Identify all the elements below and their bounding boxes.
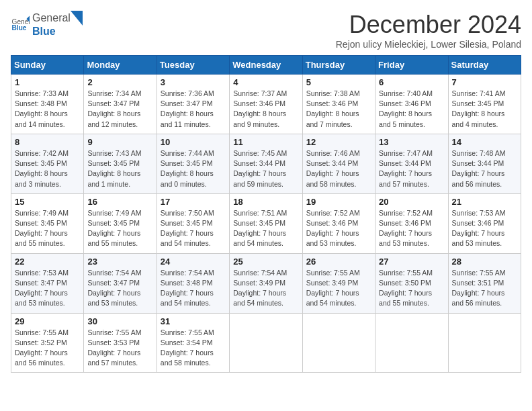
day-number-9: 9: [87, 137, 152, 147]
day-detail-27: Sunrise: 7:55 AMSunset: 3:50 PMDaylight:…: [379, 268, 444, 309]
sunrise-10: Sunrise: 7:44 AM: [161, 149, 214, 157]
calendar-day-3: 3Sunrise: 7:36 AMSunset: 3:47 PMDaylight…: [157, 75, 229, 134]
logo-blue: Blue: [32, 26, 83, 38]
day-detail-4: Sunrise: 7:37 AMSunset: 3:46 PMDaylight:…: [233, 89, 298, 130]
sunrise-2: Sunrise: 7:34 AM: [87, 89, 141, 97]
sunrise-27: Sunrise: 7:55 AM: [379, 269, 433, 277]
day-detail-28: Sunrise: 7:55 AMSunset: 3:51 PMDaylight:…: [452, 268, 517, 309]
day-detail-7: Sunrise: 7:41 AMSunset: 3:45 PMDaylight:…: [452, 89, 517, 130]
calendar-day-14: 14Sunrise: 7:48 AMSunset: 3:44 PMDayligh…: [448, 134, 521, 193]
empty-cell: [302, 313, 375, 373]
day-detail-1: Sunrise: 7:33 AMSunset: 3:48 PMDaylight:…: [15, 89, 80, 130]
day-number-22: 22: [15, 257, 80, 267]
calendar-day-1: 1Sunrise: 7:33 AMSunset: 3:48 PMDaylight…: [11, 75, 84, 134]
sunrise-15: Sunrise: 7:49 AM: [15, 209, 69, 217]
day-detail-2: Sunrise: 7:34 AMSunset: 3:47 PMDaylight:…: [87, 89, 152, 130]
day-number-28: 28: [452, 257, 517, 267]
day-detail-29: Sunrise: 7:55 AMSunset: 3:52 PMDaylight:…: [15, 328, 80, 369]
location-subtitle: Rejon ulicy Mieleckiej, Lower Silesia, P…: [336, 39, 521, 50]
day-detail-25: Sunrise: 7:54 AMSunset: 3:49 PMDaylight:…: [233, 268, 298, 309]
calendar-week-4: 22Sunrise: 7:53 AMSunset: 3:47 PMDayligh…: [11, 253, 521, 313]
daylight-18: Daylight: 7 hours and 54 minutes.: [233, 229, 286, 247]
daylight-12: Daylight: 7 hours and 58 minutes.: [306, 169, 359, 187]
sunset-21: Sunset: 3:46 PM: [452, 219, 504, 227]
sunrise-5: Sunrise: 7:38 AM: [306, 89, 360, 97]
svg-marker-3: [71, 11, 83, 26]
weekday-header-tuesday: Tuesday: [157, 56, 229, 75]
daylight-11: Daylight: 7 hours and 59 minutes.: [233, 169, 286, 187]
sunset-12: Sunset: 3:44 PM: [306, 159, 359, 167]
calendar-day-13: 13Sunrise: 7:47 AMSunset: 3:44 PMDayligh…: [375, 134, 448, 193]
sunset-6: Sunset: 3:46 PM: [379, 99, 431, 107]
sunrise-12: Sunrise: 7:46 AM: [306, 149, 360, 157]
empty-cell: [448, 313, 521, 373]
sunrise-24: Sunrise: 7:54 AM: [161, 269, 214, 277]
day-number-31: 31: [161, 316, 226, 326]
weekday-header-thursday: Thursday: [302, 56, 375, 75]
sunrise-6: Sunrise: 7:40 AM: [379, 89, 433, 97]
day-detail-21: Sunrise: 7:53 AMSunset: 3:46 PMDaylight:…: [452, 208, 517, 249]
day-detail-26: Sunrise: 7:55 AMSunset: 3:49 PMDaylight:…: [306, 268, 371, 309]
daylight-22: Daylight: 7 hours and 53 minutes.: [15, 289, 68, 307]
calendar-day-27: 27Sunrise: 7:55 AMSunset: 3:50 PMDayligh…: [375, 253, 448, 313]
day-detail-3: Sunrise: 7:36 AMSunset: 3:47 PMDaylight:…: [161, 89, 226, 130]
day-number-4: 4: [233, 77, 298, 87]
sunset-2: Sunset: 3:47 PM: [87, 99, 140, 107]
day-number-20: 20: [379, 197, 444, 207]
calendar-day-16: 16Sunrise: 7:49 AMSunset: 3:45 PMDayligh…: [84, 193, 157, 253]
day-number-29: 29: [15, 316, 80, 326]
sunset-27: Sunset: 3:50 PM: [379, 279, 431, 287]
sunrise-1: Sunrise: 7:33 AM: [15, 89, 69, 97]
calendar-day-2: 2Sunrise: 7:34 AMSunset: 3:47 PMDaylight…: [84, 75, 157, 134]
daylight-28: Daylight: 7 hours and 56 minutes.: [452, 289, 505, 307]
daylight-30: Daylight: 7 hours and 57 minutes.: [87, 349, 140, 367]
sunrise-16: Sunrise: 7:49 AM: [87, 209, 141, 217]
sunset-23: Sunset: 3:47 PM: [87, 279, 140, 287]
day-detail-23: Sunrise: 7:54 AMSunset: 3:47 PMDaylight:…: [87, 268, 152, 309]
day-detail-30: Sunrise: 7:55 AMSunset: 3:53 PMDaylight:…: [87, 328, 152, 369]
sunrise-13: Sunrise: 7:47 AM: [379, 149, 433, 157]
day-detail-20: Sunrise: 7:52 AMSunset: 3:46 PMDaylight:…: [379, 208, 444, 249]
sunrise-14: Sunrise: 7:48 AM: [452, 149, 506, 157]
day-number-17: 17: [161, 197, 226, 207]
day-detail-18: Sunrise: 7:51 AMSunset: 3:45 PMDaylight:…: [233, 208, 298, 249]
day-number-2: 2: [87, 77, 152, 87]
sunrise-29: Sunrise: 7:55 AM: [15, 328, 69, 336]
daylight-29: Daylight: 7 hours and 56 minutes.: [15, 349, 68, 367]
daylight-15: Daylight: 7 hours and 55 minutes.: [15, 229, 68, 247]
month-title: December 2024: [336, 11, 521, 39]
daylight-25: Daylight: 7 hours and 54 minutes.: [233, 289, 286, 307]
sunrise-4: Sunrise: 7:37 AM: [233, 89, 287, 97]
sunset-11: Sunset: 3:44 PM: [233, 159, 285, 167]
calendar-day-21: 21Sunrise: 7:53 AMSunset: 3:46 PMDayligh…: [448, 193, 521, 253]
daylight-13: Daylight: 7 hours and 57 minutes.: [379, 169, 432, 187]
sunrise-9: Sunrise: 7:43 AM: [87, 149, 141, 157]
day-detail-15: Sunrise: 7:49 AMSunset: 3:45 PMDaylight:…: [15, 208, 80, 249]
sunset-25: Sunset: 3:49 PM: [233, 279, 285, 287]
day-number-7: 7: [452, 77, 517, 87]
weekday-header-friday: Friday: [375, 56, 448, 75]
calendar-day-23: 23Sunrise: 7:54 AMSunset: 3:47 PMDayligh…: [84, 253, 157, 313]
day-detail-12: Sunrise: 7:46 AMSunset: 3:44 PMDaylight:…: [306, 148, 371, 189]
day-number-18: 18: [233, 197, 298, 207]
calendar-table: SundayMondayTuesdayWednesdayThursdayFrid…: [11, 55, 521, 373]
day-number-1: 1: [15, 77, 80, 87]
day-number-24: 24: [161, 257, 226, 267]
day-detail-6: Sunrise: 7:40 AMSunset: 3:46 PMDaylight:…: [379, 89, 444, 130]
calendar-day-22: 22Sunrise: 7:53 AMSunset: 3:47 PMDayligh…: [11, 253, 84, 313]
calendar-day-5: 5Sunrise: 7:38 AMSunset: 3:46 PMDaylight…: [302, 75, 375, 134]
sunrise-7: Sunrise: 7:41 AM: [452, 89, 506, 97]
calendar-week-3: 15Sunrise: 7:49 AMSunset: 3:45 PMDayligh…: [11, 193, 521, 253]
logo: General Blue General Blue: [11, 11, 83, 38]
day-number-14: 14: [452, 137, 517, 147]
sunrise-8: Sunrise: 7:42 AM: [15, 149, 69, 157]
sunset-8: Sunset: 3:45 PM: [15, 159, 67, 167]
calendar-week-5: 29Sunrise: 7:55 AMSunset: 3:52 PMDayligh…: [11, 313, 521, 373]
sunset-5: Sunset: 3:46 PM: [306, 99, 359, 107]
daylight-2: Daylight: 8 hours and 12 minutes.: [87, 109, 140, 128]
sunset-26: Sunset: 3:49 PM: [306, 279, 359, 287]
empty-cell: [230, 313, 302, 373]
daylight-26: Daylight: 7 hours and 54 minutes.: [306, 289, 359, 307]
calendar-day-25: 25Sunrise: 7:54 AMSunset: 3:49 PMDayligh…: [230, 253, 302, 313]
day-detail-11: Sunrise: 7:45 AMSunset: 3:44 PMDaylight:…: [233, 148, 298, 189]
